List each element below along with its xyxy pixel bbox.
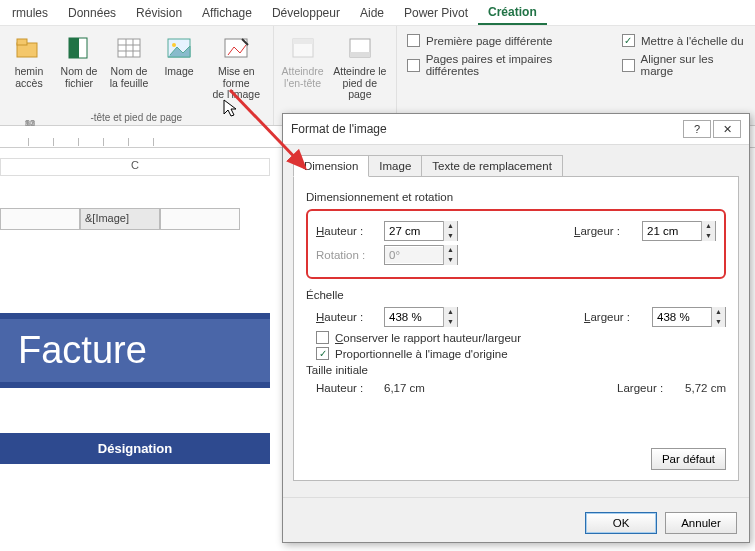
checkbox-icon [407,59,420,72]
init-width-value: 5,72 cm [685,382,726,394]
init-height-value: 6,17 cm [384,382,425,394]
chk-lock-ratio[interactable]: Conserver le rapport hauteur/largeur [306,331,726,344]
dialog-title: Format de l'image [291,122,387,136]
tab-developpeur[interactable]: Développeur [262,2,350,24]
spin-up-icon[interactable]: ▲ [444,221,457,231]
highlighted-size-box: Hauteur : ▲▼ Largeur : ▲▼ Rotation : ▲▼ [306,209,726,279]
scale-height-label: Hauteur : [316,311,376,323]
chk-premiere-page[interactable]: Première page différente [407,34,602,47]
sheet-grid-icon [113,32,145,64]
format-picture-icon [220,32,252,64]
picture-icon [163,32,195,64]
init-width-label: Largeur : [617,382,677,394]
tab-affichage[interactable]: Affichage [192,2,262,24]
checkbox-checked-icon: ✓ [622,34,635,47]
spin-up-icon: ▲ [444,245,457,255]
tab-image[interactable]: Image [368,155,422,177]
checkbox-checked-icon: ✓ [316,347,329,360]
spin-down-icon[interactable]: ▼ [444,317,457,327]
btn-nom-fichier[interactable]: Nom de fichier [54,30,104,110]
spin-up-icon[interactable]: ▲ [444,307,457,317]
ribbon-group-label: -tête et pied de page [90,110,182,123]
default-button[interactable]: Par défaut [651,448,726,470]
height-spinner[interactable]: ▲▼ [384,221,458,241]
scale-title: Échelle [306,289,726,301]
close-button[interactable]: ✕ [713,120,741,138]
scale-height-spinner[interactable]: ▲▼ [384,307,458,327]
checkbox-icon [407,34,420,47]
column-header[interactable]: C [0,158,270,176]
checkbox-icon [316,331,329,344]
btn-image[interactable]: Image [154,30,204,110]
svg-rect-1 [17,39,27,45]
tab-powerpivot[interactable]: Power Pivot [394,2,478,24]
chk-pages-paires[interactable]: Pages paires et impaires différentes [407,53,602,77]
tab-donnees[interactable]: Données [58,2,126,24]
col-c[interactable]: C [0,158,270,176]
rotation-label: Rotation : [316,249,376,261]
tab-dimension[interactable]: Dimension [293,155,369,177]
rotation-spinner: ▲▼ [384,245,458,265]
tab-aide[interactable]: Aide [350,2,394,24]
btn-nom-feuille[interactable]: Nom de la feuille [104,30,154,110]
svg-rect-13 [293,39,313,44]
folder-path-icon [13,32,45,64]
spin-up-icon[interactable]: ▲ [712,307,725,317]
invoice-title-band: Facture [0,313,270,388]
sizing-rotation-title: Dimensionnement et rotation [306,191,726,203]
tab-creation[interactable]: Création [478,1,547,25]
header-edit-row[interactable]: &[Image] [0,208,270,230]
scale-width-input[interactable] [653,309,711,325]
btn-chemin-acces[interactable]: hemin accès [4,30,54,110]
scale-width-spinner[interactable]: ▲▼ [652,307,726,327]
tab-formules[interactable]: rmules [2,2,58,24]
ok-button[interactable]: OK [585,512,657,534]
dialog-titlebar[interactable]: Format de l'image ? ✕ [283,114,749,145]
spin-down-icon[interactable]: ▼ [712,317,725,327]
dialog-panel: Dimensionnement et rotation Hauteur : ▲▼… [293,176,739,481]
cursor-icon [222,98,240,120]
width-label: Largeur : [574,225,634,237]
height-label: Hauteur : [316,225,376,237]
width-spinner[interactable]: ▲▼ [642,221,716,241]
ribbon-body: hemin accès Nom de fichier Nom de la feu… [0,26,755,126]
goto-footer-icon [344,32,376,64]
spin-down-icon: ▼ [444,255,457,265]
height-input[interactable] [385,223,443,239]
header-center-cell[interactable]: &[Image] [80,208,160,230]
scale-width-label: Largeur : [584,311,644,323]
designation-header: Désignation [0,433,270,464]
ribbon-group-navigation: Atteindre l'en-tête Atteindre le pied de… [274,26,397,125]
width-input[interactable] [643,223,701,239]
svg-rect-4 [118,39,140,57]
excel-file-icon [63,32,95,64]
invoice-title: Facture [0,319,270,382]
ribbon-tabs: rmules Données Révision Affichage Dévelo… [0,0,755,26]
help-button[interactable]: ? [683,120,711,138]
ribbon-options-col2: ✓Mettre à l'échelle du Aligner sur les m… [612,26,755,125]
tab-texte-remplacement[interactable]: Texte de remplacement [421,155,563,177]
initial-size-title: Taille initiale [306,364,726,376]
chk-aligner-marges[interactable]: Aligner sur les marge [622,53,745,77]
spin-up-icon[interactable]: ▲ [702,221,715,231]
dialog-button-row: OK Annuler [283,504,749,542]
init-height-label: Hauteur : [316,382,376,394]
spin-down-icon[interactable]: ▼ [444,231,457,241]
dialog-tabs: Dimension Image Texte de remplacement [283,145,749,177]
svg-point-10 [172,43,176,47]
rotation-input [385,247,443,263]
tab-revision[interactable]: Révision [126,2,192,24]
goto-header-icon [287,32,319,64]
chk-mettre-echelle[interactable]: ✓Mettre à l'échelle du [622,34,745,47]
chk-relative-original[interactable]: ✓Proportionnelle à l'image d'origine [306,347,726,360]
ribbon-options-col1: Première page différente Pages paires et… [397,26,612,125]
spin-down-icon[interactable]: ▼ [702,231,715,241]
scale-height-input[interactable] [385,309,443,325]
svg-rect-3 [69,38,79,58]
svg-rect-15 [350,52,370,57]
btn-atteindre-pied[interactable]: Atteindre le pied de page [328,30,392,110]
format-image-dialog: Format de l'image ? ✕ Dimension Image Te… [282,113,750,543]
cancel-button[interactable]: Annuler [665,512,737,534]
btn-atteindre-entete: Atteindre l'en-tête [278,30,328,110]
checkbox-icon [622,59,635,72]
